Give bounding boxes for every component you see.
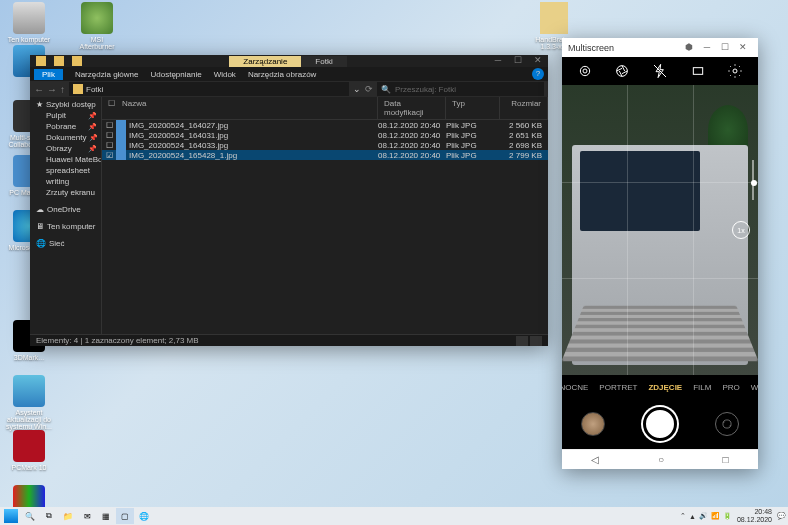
tray-icon[interactable]: ▲ bbox=[689, 513, 696, 520]
column-type[interactable]: Typ bbox=[446, 97, 500, 119]
close-button[interactable]: ✕ bbox=[734, 39, 752, 57]
view-details-button[interactable] bbox=[516, 336, 528, 346]
help-button[interactable]: ? bbox=[532, 68, 544, 80]
row-checkbox[interactable]: ☐ bbox=[102, 121, 116, 130]
zoom-level-button[interactable]: 1x bbox=[732, 221, 750, 239]
sidebar-label: spreadsheet bbox=[46, 166, 90, 175]
sidebar-label: OneDrive bbox=[47, 205, 81, 214]
taskbar-edge[interactable]: 🌐 bbox=[135, 508, 153, 524]
settings-icon[interactable] bbox=[727, 63, 743, 79]
column-size[interactable]: Rozmiar bbox=[500, 97, 548, 119]
start-button[interactable] bbox=[2, 508, 20, 524]
camera-mode[interactable]: PORTRET bbox=[599, 383, 637, 392]
zoom-slider-handle[interactable] bbox=[751, 180, 757, 186]
sidebar-item[interactable]: Huawei MateBook X bbox=[30, 154, 101, 165]
file-row[interactable]: ☑IMG_20200524_165428_1.jpg08.12.2020 20:… bbox=[102, 150, 548, 160]
ribbon-tab-view[interactable]: Widok bbox=[214, 70, 236, 79]
sidebar-item[interactable]: writing bbox=[30, 176, 101, 187]
file-row[interactable]: ☐IMG_20200524_164031.jpg08.12.2020 20:40… bbox=[102, 130, 548, 140]
ribbon-context-tab[interactable]: Zarządzanie bbox=[229, 56, 301, 67]
taskbar-multiscreen[interactable]: ▢ bbox=[116, 508, 134, 524]
ribbon-tab-home[interactable]: Narzędzia główne bbox=[75, 70, 139, 79]
camera-mode[interactable]: FILM bbox=[693, 383, 711, 392]
tray-network-icon[interactable]: 📶 bbox=[711, 512, 720, 520]
maximize-button[interactable]: ☐ bbox=[716, 39, 734, 57]
sidebar-item[interactable]: 🖥Ten komputer bbox=[30, 221, 101, 232]
search-input[interactable]: 🔍 Przeszukaj: Fotki bbox=[377, 82, 544, 96]
ribbon-tab-share[interactable]: Udostępnianie bbox=[150, 70, 201, 79]
file-icon bbox=[116, 150, 126, 160]
nav-up-button[interactable]: ↑ bbox=[60, 84, 65, 95]
file-row[interactable]: ☐IMG_20200524_164027.jpg08.12.2020 20:40… bbox=[102, 120, 548, 130]
clock-date: 08.12.2020 bbox=[737, 516, 772, 524]
column-date[interactable]: Data modyfikacji bbox=[378, 97, 446, 119]
path-dropdown[interactable]: ⌄ bbox=[353, 84, 361, 94]
desktop-icon-recycle[interactable]: Ten komputer bbox=[5, 2, 53, 50]
sidebar-label: Pulpit bbox=[46, 111, 66, 120]
tray-battery-icon[interactable]: 🔋 bbox=[723, 512, 732, 520]
multiscreen-titlebar[interactable]: Multiscreen ⬢ ─ ☐ ✕ bbox=[562, 38, 758, 57]
search-button[interactable]: 🔍 bbox=[21, 508, 39, 524]
camera-mode[interactable]: WI bbox=[751, 383, 758, 392]
taskbar-app[interactable]: ▦ bbox=[97, 508, 115, 524]
pin-button[interactable]: ⬢ bbox=[680, 39, 698, 57]
sidebar-item[interactable]: ☁OneDrive bbox=[30, 204, 101, 215]
taskbar-mail[interactable]: ✉ bbox=[78, 508, 96, 524]
camera-mode[interactable]: ZDJĘCIE bbox=[648, 383, 682, 392]
row-checkbox[interactable]: ☐ bbox=[102, 141, 116, 150]
breadcrumb[interactable]: Fotki bbox=[69, 82, 349, 96]
nav-forward-button[interactable]: → bbox=[47, 84, 57, 95]
camera-modes[interactable]: NOCNEPORTRETZDJĘCIEFILMPROWI bbox=[562, 375, 758, 399]
flash-off-icon[interactable] bbox=[652, 63, 668, 79]
desktop-icon-msi[interactable]: MSI Afterburner bbox=[73, 2, 121, 50]
close-button[interactable]: ✕ bbox=[528, 55, 548, 67]
camera-mode[interactable]: PRO bbox=[722, 383, 739, 392]
ribbon-tab-picture-tools[interactable]: Narzędzia obrazów bbox=[248, 70, 316, 79]
tray-expand[interactable]: ⌃ bbox=[680, 512, 686, 520]
file-size: 2 651 KB bbox=[500, 131, 548, 140]
row-checkbox[interactable]: ☑ bbox=[102, 151, 116, 160]
shutter-button[interactable] bbox=[643, 407, 677, 441]
checkbox-column[interactable]: ☐ bbox=[102, 97, 116, 119]
switch-camera-button[interactable] bbox=[715, 412, 739, 436]
sidebar-item[interactable]: 🌐Sieć bbox=[30, 238, 101, 249]
row-checkbox[interactable]: ☐ bbox=[102, 131, 116, 140]
minimize-button[interactable]: ─ bbox=[488, 55, 508, 67]
sidebar-item[interactable]: Pobrane📌 bbox=[30, 121, 101, 132]
file-row[interactable]: ☐IMG_20200524_164033.jpg08.12.2020 20:40… bbox=[102, 140, 548, 150]
lens-icon[interactable] bbox=[577, 63, 593, 79]
aspect-icon[interactable] bbox=[690, 63, 706, 79]
refresh-button[interactable]: ⟳ bbox=[365, 84, 373, 94]
archive-icon bbox=[540, 2, 568, 34]
task-view-button[interactable]: ⧉ bbox=[40, 508, 58, 524]
nav-back-button[interactable]: ← bbox=[34, 84, 44, 95]
camera-mode[interactable]: NOCNE bbox=[562, 383, 588, 392]
sidebar-item[interactable]: Dokumenty📌 bbox=[30, 132, 101, 143]
sidebar-item[interactable]: ★Szybki dostęp bbox=[30, 99, 101, 110]
taskbar: 🔍 ⧉ 📁 ✉ ▦ ▢ 🌐 ⌃ ▲ 🔊 📶 🔋 20:48 08.12.2020… bbox=[0, 507, 788, 525]
view-thumbs-button[interactable] bbox=[530, 336, 542, 346]
sidebar-item[interactable]: spreadsheet bbox=[30, 165, 101, 176]
explorer-status-bar: Elementy: 4 | 1 zaznaczony element; 2,73… bbox=[30, 334, 548, 346]
desktop-icon[interactable]: Asystent aktualizacji do systemu Win... bbox=[5, 375, 53, 427]
minimize-button[interactable]: ─ bbox=[698, 39, 716, 57]
nav-home-button[interactable]: ○ bbox=[658, 454, 664, 465]
nav-recent-button[interactable]: □ bbox=[723, 454, 729, 465]
file-menu[interactable]: Plik bbox=[34, 69, 63, 80]
maximize-button[interactable]: ☐ bbox=[508, 55, 528, 67]
gallery-thumbnail[interactable] bbox=[581, 412, 605, 436]
taskbar-explorer[interactable]: 📁 bbox=[59, 508, 77, 524]
taskbar-clock[interactable]: 20:48 08.12.2020 bbox=[735, 508, 774, 524]
desktop-icon[interactable]: PCMark 10 bbox=[5, 430, 53, 482]
notification-button[interactable]: 💬 bbox=[777, 512, 786, 520]
sidebar-item[interactable]: Pulpit📌 bbox=[30, 110, 101, 121]
column-name[interactable]: Nazwa bbox=[116, 97, 378, 119]
sidebar-item[interactable]: Obrazy📌 bbox=[30, 143, 101, 154]
camera-viewfinder[interactable]: 1x bbox=[562, 85, 758, 375]
aperture-icon[interactable] bbox=[614, 63, 630, 79]
sidebar-label: Sieć bbox=[49, 239, 65, 248]
tray-volume-icon[interactable]: 🔊 bbox=[699, 512, 708, 520]
nav-back-button[interactable]: ◁ bbox=[591, 454, 599, 465]
sidebar-item[interactable]: Zrzuty ekranu bbox=[30, 187, 101, 198]
explorer-titlebar[interactable]: Zarządzanie Fotki ─ ☐ ✕ bbox=[30, 55, 548, 67]
